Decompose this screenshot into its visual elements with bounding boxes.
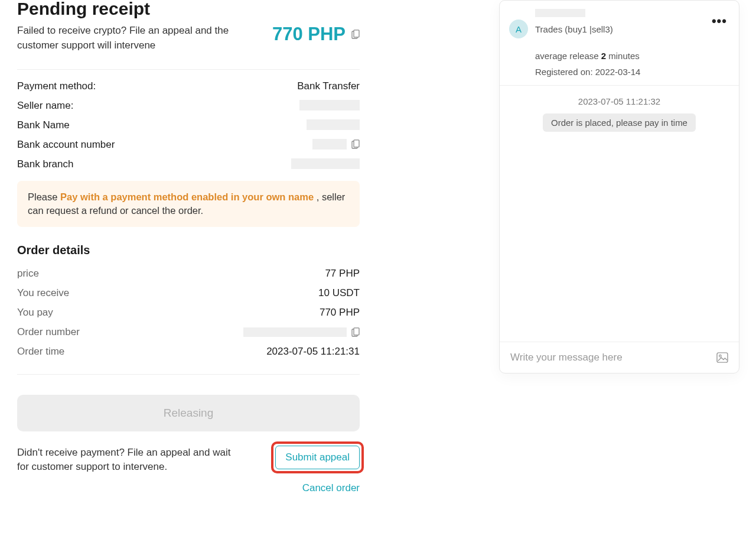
trades-stat: Trades (buy1 |sell3)	[535, 23, 613, 35]
release-stat: average release 2 minutes	[535, 50, 640, 62]
pay-value: 770 PHP	[320, 307, 360, 319]
order-time-label: Order time	[17, 346, 64, 358]
bank-name-label: Bank Name	[17, 119, 70, 131]
page-title: Pending receipt	[17, 0, 230, 19]
chat-message-input[interactable]	[510, 352, 716, 363]
counterparty-name	[535, 9, 585, 18]
chat-timestamp: 2023-07-05 11:21:32	[509, 96, 729, 106]
receive-label: You receive	[17, 287, 69, 299]
seller-name-label: Seller name:	[17, 100, 73, 112]
chat-system-message: Order is placed, please pay in time	[543, 113, 696, 132]
svg-rect-5	[354, 328, 359, 335]
chat-panel: A Trades (buy1 |sell3) average release 2…	[499, 0, 739, 374]
payment-method-label: Payment method:	[17, 80, 96, 92]
svg-rect-3	[354, 140, 359, 147]
image-upload-icon[interactable]	[716, 352, 728, 363]
bank-branch-label: Bank branch	[17, 158, 73, 170]
registered-stat: Registered on: 2022-03-14	[535, 66, 729, 78]
seller-name-value	[299, 100, 360, 111]
more-icon[interactable]: •••	[712, 14, 727, 29]
order-amount: 770 PHP	[272, 24, 346, 45]
receive-value: 10 USDT	[318, 287, 360, 299]
price-label: price	[17, 268, 39, 280]
bank-account-value	[312, 139, 360, 150]
appeal-prompt-text: Didn't receive payment? File an appeal a…	[17, 446, 242, 474]
page-subtitle: Failed to receive crypto? File an appeal…	[17, 24, 230, 53]
copy-account-icon[interactable]	[351, 139, 360, 149]
price-value: 77 PHP	[325, 268, 360, 280]
copy-order-icon[interactable]	[351, 327, 360, 337]
bank-account-label: Bank account number	[17, 139, 115, 151]
svg-rect-6	[717, 353, 728, 362]
avatar: A	[509, 20, 528, 38]
order-number-label: Order number	[17, 326, 80, 338]
order-time-value: 2023-07-05 11:21:31	[266, 346, 360, 358]
pay-label: You pay	[17, 307, 53, 319]
releasing-button: Releasing	[17, 395, 360, 431]
order-number-value	[243, 327, 360, 337]
payment-notice: Please Pay with a payment method enabled…	[17, 181, 360, 227]
cancel-order-link[interactable]: Cancel order	[302, 482, 360, 493]
order-details-title: Order details	[17, 243, 360, 257]
bank-name-value	[307, 119, 360, 130]
divider	[17, 69, 360, 70]
payment-method-value: Bank Transfer	[297, 80, 360, 92]
divider	[17, 374, 360, 375]
bank-branch-value	[291, 158, 360, 169]
submit-appeal-button[interactable]: Submit appeal	[275, 446, 360, 469]
svg-rect-1	[354, 30, 359, 37]
svg-point-7	[719, 355, 722, 358]
copy-amount-icon[interactable]	[351, 30, 360, 39]
